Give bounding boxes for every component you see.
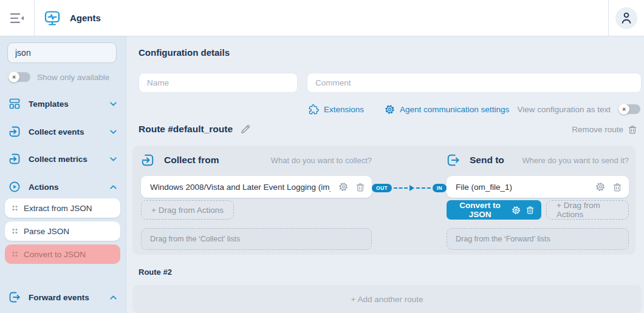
agent-communication-settings-link[interactable]: Agent communication settings: [385, 104, 509, 115]
edit-route-name-button[interactable]: [240, 124, 251, 135]
extensions-link[interactable]: Extensions: [309, 104, 364, 115]
sidebar: ✕ Show only available Templates Collect …: [0, 36, 126, 313]
connector-arrow-icon: [409, 185, 414, 191]
app-logo: Agents: [43, 8, 101, 28]
collect-from-hint: What do you want to collect?: [271, 156, 372, 165]
gear-icon: [338, 182, 348, 192]
route-connector: OUT IN: [372, 183, 447, 193]
remove-route-label: Remove route: [572, 125, 623, 134]
collect-metrics-icon: [9, 153, 21, 165]
trash-icon[interactable]: [526, 206, 534, 214]
convert-to-json-action-button[interactable]: Convert to JSON: [447, 200, 541, 220]
puzzle-icon: [309, 104, 319, 115]
agents-monitor-icon: [43, 8, 62, 28]
collect-from-icon: [141, 153, 154, 167]
add-another-route-button[interactable]: + Add another route: [132, 285, 642, 313]
collect-module-label: Windows 2008/Vista and Later Event Loggi…: [150, 183, 331, 192]
chevron-down-icon: [110, 130, 117, 134]
collapse-sidebar-icon: [10, 13, 24, 24]
route2-title: Route #2: [139, 268, 172, 277]
send-drag-from-actions-dropzone[interactable]: + Drag from Actions: [546, 200, 629, 220]
gear-icon[interactable]: [512, 206, 521, 215]
templates-icon: [9, 98, 21, 110]
collect-lists-dropzone[interactable]: Drag from the ‘Collect’ lists: [141, 228, 372, 250]
sidebar-item-collect-metrics[interactable]: Collect metrics: [0, 148, 126, 170]
send-module-delete-button[interactable]: [613, 183, 622, 192]
configuration-details-title: Configuration details: [139, 47, 230, 58]
remove-route-button[interactable]: Remove route: [572, 125, 637, 134]
forward-lists-dropzone[interactable]: Drag from the ‘Forward’ lists: [447, 228, 629, 250]
chevron-down-icon: [110, 157, 117, 161]
send-module-card[interactable]: File (om_file_1): [447, 176, 629, 198]
user-icon: [620, 12, 632, 24]
send-to-title: Send to: [470, 155, 504, 166]
sidebar-item-label: Collect events: [29, 127, 102, 136]
send-module-settings-button[interactable]: [595, 182, 605, 192]
toggle-knob-x-icon: ✕: [618, 104, 629, 115]
agent-communication-settings-label: Agent communication settings: [400, 105, 509, 114]
chevron-up-icon: [110, 185, 117, 189]
sidebar-item-label: Templates: [29, 99, 102, 109]
main-content: Configuration details Extensions Agent c…: [126, 36, 644, 313]
send-module-label: File (om_file_1): [456, 183, 587, 192]
actions-play-icon: [9, 181, 21, 193]
trash-icon: [356, 183, 365, 192]
gear-icon: [595, 182, 605, 192]
send-to-icon: [447, 153, 460, 167]
gear-icon: [385, 104, 395, 115]
drag-from-actions-label: + Drag from Actions: [557, 201, 618, 219]
extensions-label: Extensions: [324, 105, 364, 114]
page-title: Agents: [70, 13, 101, 23]
sidebar-item-label: Forward events: [29, 293, 102, 302]
forward-dropzone-label: Drag from the ‘Forward’ lists: [456, 235, 550, 243]
action-card-label: Parse JSON: [24, 227, 69, 236]
chevron-up-icon: [110, 295, 117, 300]
convert-to-json-label: Convert to JSON: [454, 201, 506, 219]
action-card-label: Convert to JSON: [24, 250, 86, 259]
chevron-down-icon: [110, 102, 117, 106]
drag-handle-icon: [12, 205, 18, 211]
route-panel: Collect from What do you want to collect…: [132, 146, 635, 255]
header-divider-left: [34, 0, 35, 36]
collect-module-delete-button[interactable]: [356, 183, 365, 192]
collect-from-title: Collect from: [164, 155, 219, 166]
action-card-parse-json[interactable]: Parse JSON: [5, 221, 120, 241]
collect-dropzone-label: Drag from the ‘Collect’ lists: [150, 235, 240, 243]
pencil-icon: [240, 124, 251, 135]
show-only-available-label: Show only available: [37, 73, 109, 82]
sidebar-item-templates[interactable]: Templates: [0, 93, 126, 115]
action-card-extract-from-json[interactable]: Extract from JSON: [5, 198, 120, 218]
sidebar-item-label: Collect metrics: [29, 155, 102, 164]
sidebar-item-actions[interactable]: Actions: [0, 176, 126, 198]
in-badge: IN: [433, 184, 447, 193]
collect-drag-from-actions-dropzone[interactable]: + Drag from Actions: [141, 200, 234, 220]
sidebar-item-forward-events[interactable]: Forward events: [0, 286, 126, 308]
collect-module-card[interactable]: Windows 2008/Vista and Later Event Loggi…: [141, 176, 372, 198]
add-another-route-label: + Add another route: [351, 295, 423, 304]
send-to-column: Send to Where do you want to send it? Fi…: [447, 146, 629, 255]
connector-dash-line: [394, 187, 408, 189]
drag-handle-icon: [12, 228, 18, 234]
collapse-sidebar-button[interactable]: [0, 0, 34, 36]
forward-events-icon: [9, 291, 21, 303]
toggle-knob-x-icon: ✕: [9, 72, 19, 82]
name-field[interactable]: [139, 73, 298, 93]
action-card-label: Extract from JSON: [24, 204, 92, 213]
collect-module-settings-button[interactable]: [338, 182, 348, 192]
drag-handle-icon: [12, 251, 18, 257]
top-bar: Agents: [0, 0, 644, 36]
trash-icon: [628, 125, 637, 134]
drag-from-actions-label: + Drag from Actions: [151, 206, 224, 215]
view-configuration-as-text-label: View configuration as text: [517, 105, 611, 114]
user-menu-button[interactable]: [615, 7, 637, 29]
action-card-convert-to-json[interactable]: Convert to JSON: [5, 244, 120, 264]
sidebar-item-label: Actions: [29, 183, 102, 192]
show-only-available-toggle[interactable]: ✕: [9, 72, 30, 82]
send-to-hint: Where do you want to send it?: [522, 156, 629, 165]
search-input[interactable]: [7, 42, 117, 63]
comment-field[interactable]: [307, 73, 642, 93]
sidebar-item-collect-events[interactable]: Collect events: [0, 121, 126, 143]
view-configuration-as-text-toggle[interactable]: ✕: [618, 104, 640, 114]
out-badge: OUT: [372, 184, 392, 193]
trash-icon: [613, 183, 622, 192]
